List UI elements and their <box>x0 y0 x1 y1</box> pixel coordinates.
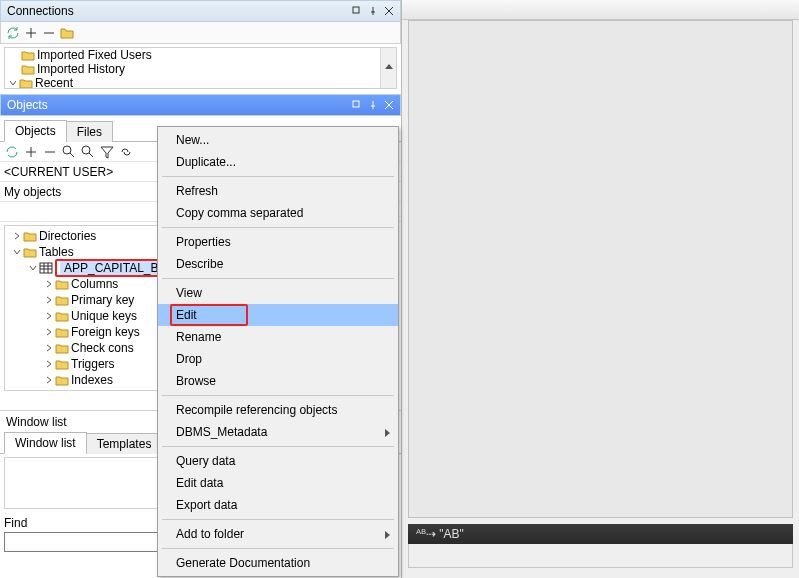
menu-label: Export data <box>176 498 237 512</box>
menu-dbms-metadata[interactable]: DBMS_Metadata <box>158 421 398 443</box>
menu-label: Duplicate... <box>176 155 236 169</box>
menu-label: Edit <box>176 308 197 322</box>
menu-add-to-folder[interactable]: Add to folder <box>158 523 398 545</box>
expand-icon[interactable] <box>43 374 55 386</box>
menu-properties[interactable]: Properties <box>158 231 398 253</box>
menu-label: Refresh <box>176 184 218 198</box>
filter-icon[interactable] <box>99 144 115 160</box>
close-icon[interactable] <box>382 98 396 112</box>
folder-icon <box>55 326 69 338</box>
my-objects-label: My objects <box>4 185 61 199</box>
folder-icon <box>55 294 69 306</box>
close-icon[interactable] <box>382 4 396 18</box>
expand-icon[interactable] <box>11 230 23 242</box>
menu-refresh[interactable]: Refresh <box>158 180 398 202</box>
expand-icon[interactable] <box>43 358 55 370</box>
tree-label: Triggers <box>71 357 115 371</box>
menu-rename[interactable]: Rename <box>158 326 398 348</box>
expand-icon[interactable] <box>43 326 55 338</box>
tree-label: Imported History <box>37 62 125 76</box>
search-icon[interactable] <box>80 144 96 160</box>
restore-icon[interactable] <box>350 98 364 112</box>
folder-icon <box>55 374 69 386</box>
pin-icon[interactable] <box>366 98 380 112</box>
menu-label: Rename <box>176 330 221 344</box>
expand-icon[interactable] <box>43 278 55 290</box>
menu-edit[interactable]: Edit <box>158 304 398 326</box>
menu-view[interactable]: View <box>158 282 398 304</box>
menu-label: View <box>176 286 202 300</box>
expand-icon[interactable] <box>43 294 55 306</box>
folder-icon <box>55 278 69 290</box>
menu-describe[interactable]: Describe <box>158 253 398 275</box>
menu-label: Copy comma separated <box>176 206 303 220</box>
svg-rect-1 <box>353 101 359 107</box>
collapse-icon[interactable] <box>27 262 39 274</box>
folder-icon <box>55 310 69 322</box>
tree-item[interactable]: Imported History <box>5 62 396 76</box>
scroll-up-icon[interactable] <box>381 48 396 64</box>
menu-export-data[interactable]: Export data <box>158 494 398 516</box>
folder-icon <box>23 230 37 242</box>
menu-label: Edit data <box>176 476 223 490</box>
folder-icon <box>23 246 37 258</box>
add-icon[interactable] <box>23 144 39 160</box>
menu-separator <box>162 519 394 520</box>
menu-label: DBMS_Metadata <box>176 425 267 439</box>
folder-icon <box>21 49 35 61</box>
tree-label: Columns <box>71 277 118 291</box>
add-icon[interactable] <box>23 25 39 41</box>
tree-label: Indexes <box>71 373 113 387</box>
status-bar: ᴬᴮ⇢ "AB" <box>408 524 793 544</box>
editor-area <box>408 20 793 518</box>
menu-label: Recompile referencing objects <box>176 403 337 417</box>
tab-files[interactable]: Files <box>66 121 113 142</box>
remove-icon[interactable] <box>41 25 57 41</box>
tree-label: Check cons <box>71 341 134 355</box>
menu-separator <box>162 395 394 396</box>
tree-item[interactable]: Imported Fixed Users <box>5 48 396 62</box>
objects-title: Objects <box>5 98 350 112</box>
menu-duplicate[interactable]: Duplicate... <box>158 151 398 173</box>
tree-item[interactable]: Recent <box>5 76 396 89</box>
expand-icon[interactable] <box>43 310 55 322</box>
connections-toolbar <box>0 22 401 44</box>
tab-objects[interactable]: Objects <box>4 120 67 142</box>
menu-label: Describe <box>176 257 223 271</box>
menu-label: New... <box>176 133 209 147</box>
tab-templates[interactable]: Templates <box>86 433 163 454</box>
menu-recompile[interactable]: Recompile referencing objects <box>158 399 398 421</box>
connections-title: Connections <box>5 4 350 18</box>
pin-icon[interactable] <box>366 4 380 18</box>
menu-separator <box>162 227 394 228</box>
menu-label: Add to folder <box>176 527 244 541</box>
expand-icon[interactable] <box>7 77 19 89</box>
svg-rect-0 <box>353 7 359 13</box>
menu-label: Query data <box>176 454 235 468</box>
folder-icon[interactable] <box>59 25 75 41</box>
search-icon[interactable] <box>61 144 77 160</box>
menu-browse[interactable]: Browse <box>158 370 398 392</box>
menu-copy-comma[interactable]: Copy comma separated <box>158 202 398 224</box>
refresh-icon[interactable] <box>4 144 20 160</box>
menu-edit-data[interactable]: Edit data <box>158 472 398 494</box>
objects-header: Objects <box>0 94 401 116</box>
menu-separator <box>162 278 394 279</box>
folder-icon <box>21 63 35 75</box>
menu-drop[interactable]: Drop <box>158 348 398 370</box>
tab-windowlist[interactable]: Window list <box>4 432 87 454</box>
menu-query-data[interactable]: Query data <box>158 450 398 472</box>
link-icon[interactable] <box>118 144 134 160</box>
remove-icon[interactable] <box>42 144 58 160</box>
folder-icon <box>19 77 33 89</box>
menu-new[interactable]: New... <box>158 129 398 151</box>
connections-tree: Imported Fixed Users Imported History Re… <box>4 47 397 89</box>
menu-generate-doc[interactable]: Generate Documentation <box>158 552 398 574</box>
expand-icon[interactable] <box>43 342 55 354</box>
collapse-icon[interactable] <box>11 246 23 258</box>
right-toolbar <box>402 0 799 20</box>
tree-label: Foreign keys <box>71 325 140 339</box>
tree-label: Primary key <box>71 293 134 307</box>
refresh-icon[interactable] <box>5 25 21 41</box>
restore-icon[interactable] <box>350 4 364 18</box>
